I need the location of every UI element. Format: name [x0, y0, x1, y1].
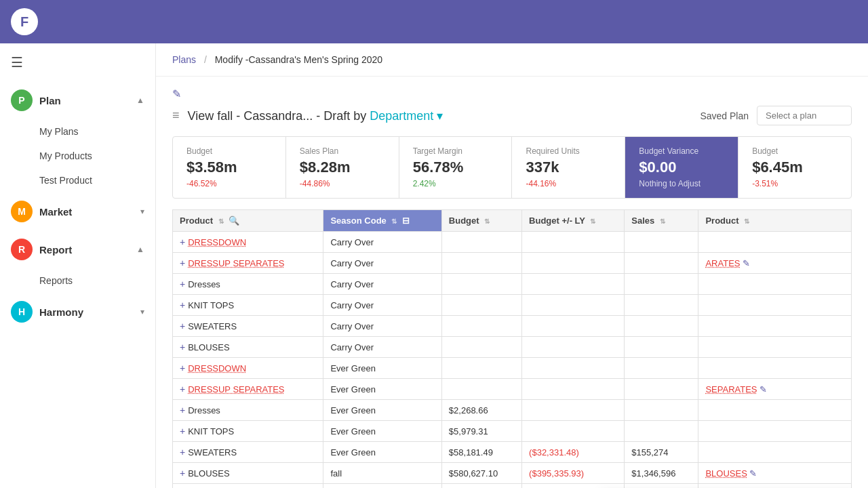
cell-product2: SEPARATES ✎ — [698, 379, 852, 400]
expand-button[interactable]: + — [180, 300, 185, 310]
product-link: KNIT TOPS — [188, 426, 234, 436]
cell-budget: $2,268.66 — [441, 400, 521, 421]
expand-button[interactable]: + — [180, 279, 185, 289]
sidebar-item-test-product[interactable]: Test Product — [39, 168, 155, 192]
select-plan-input[interactable] — [757, 106, 852, 125]
cell-season-code: fall — [323, 484, 441, 489]
action-icon[interactable]: ✎ — [747, 468, 757, 479]
kpi-sales-plan-label: Sales Plan — [300, 146, 385, 156]
sidebar-section-harmony-header[interactable]: H Harmony ▾ — [0, 293, 155, 331]
expand-button[interactable]: + — [180, 405, 185, 415]
sort-icon-product[interactable]: ⇅ — [218, 218, 224, 225]
cell-product: +BLOUSES — [173, 337, 323, 358]
action-icon[interactable]: ✎ — [757, 384, 768, 394]
sort-icon-season[interactable]: ⇅ — [391, 218, 397, 225]
kpi-budget2-change: -3.51% — [752, 179, 837, 188]
kpi-budget-change: -46.52% — [186, 179, 272, 188]
table-row: +DRESSUP SEPARATESCarry OverARATES ✎ — [173, 253, 852, 274]
cell-sales: $95,927.5 — [625, 484, 698, 489]
cell-product: +DRESSUP SEPARATES — [173, 253, 323, 274]
content-area: Plans / Modify -Cassandra's Men's Spring… — [156, 43, 868, 488]
cell-product2 — [698, 232, 852, 253]
breadcrumb-plans-link[interactable]: Plans — [172, 54, 196, 65]
product-link[interactable]: DRESSUP SEPARATES — [188, 384, 284, 394]
expand-button[interactable]: + — [180, 468, 185, 479]
cell-product2 — [698, 274, 852, 295]
expand-button[interactable]: + — [180, 258, 185, 268]
product-link[interactable]: DRESSUP SEPARATES — [188, 258, 284, 268]
sidebar-section-report-header[interactable]: R Report ▲ — [0, 230, 155, 268]
cell-budget-ly — [522, 421, 625, 442]
cell-sales: $1,346,596 — [625, 463, 698, 484]
product-link[interactable]: DRESSDOWN — [188, 363, 246, 373]
plan-sub-items: My Plans My Products Test Product — [0, 119, 155, 192]
cell-product: +SWEATERS — [173, 316, 323, 337]
product-link[interactable]: DRESSDOWN — [188, 237, 246, 247]
cell-budget — [441, 316, 521, 337]
edit-icon[interactable]: ✎ — [172, 88, 181, 100]
avatar-plan: P — [11, 89, 33, 111]
cell-sales — [625, 274, 698, 295]
filter-icon-season[interactable]: ⊟ — [402, 216, 410, 226]
sort-icon-product2[interactable]: ⇅ — [744, 218, 749, 225]
sidebar-item-my-plans[interactable]: My Plans — [39, 119, 155, 144]
cell-sales — [625, 295, 698, 316]
sort-icon-budget[interactable]: ⇅ — [484, 218, 490, 225]
sidebar-item-reports[interactable]: Reports — [39, 268, 155, 293]
avatar-harmony: H — [11, 301, 33, 323]
table-row: +SWEATERSCarry Over — [173, 316, 852, 337]
view-title-text: View fall - Cassandra... - Draft by Depa… — [188, 108, 443, 123]
cell-budget — [441, 379, 521, 400]
cell-budget-ly — [522, 379, 625, 400]
sort-icon-budget-ly[interactable]: ⇅ — [590, 218, 595, 225]
sort-icon-sales[interactable]: ⇅ — [660, 218, 665, 225]
saved-plan-label: Saved Plan — [700, 110, 749, 121]
cell-budget — [441, 358, 521, 379]
table-body: +DRESSDOWNCarry Over+DRESSUP SEPARATESCa… — [173, 232, 852, 489]
cell-budget: $58,181.49 — [441, 442, 521, 463]
cell-budget: $580,627.10 — [441, 463, 521, 484]
view-title-row: ≡ View fall - Cassandra... - Draft by De… — [172, 106, 852, 125]
cell-product: +KNIT TOPS — [173, 421, 323, 442]
cell-sales — [625, 421, 698, 442]
breadcrumb: Plans / Modify -Cassandra's Men's Spring… — [156, 43, 868, 77]
department-link[interactable]: Department ▾ — [370, 109, 443, 123]
expand-button[interactable]: + — [180, 237, 185, 247]
sidebar-section-market-header[interactable]: M Market ▾ — [0, 192, 155, 230]
table-row: +BLOUSESfall$580,627.10($395,335.93)$1,3… — [173, 463, 852, 484]
col-budget-ly: Budget +/- LY ⇅ — [522, 210, 625, 232]
cell-sales — [625, 400, 698, 421]
expand-button[interactable]: + — [180, 321, 185, 331]
kpi-budget2-label: Budget — [752, 146, 837, 156]
cell-product: +DRESSDOWN — [173, 484, 323, 489]
cell-product2 — [698, 400, 852, 421]
action-icon[interactable]: ✎ — [740, 258, 750, 268]
expand-button[interactable]: + — [180, 342, 185, 352]
sidebar-section-harmony: H Harmony ▾ — [0, 293, 155, 331]
kpi-budget-label: Budget — [186, 146, 272, 156]
report-sub-items: Reports — [0, 268, 155, 293]
expand-button[interactable]: + — [180, 426, 185, 436]
cell-product2: ARATES ✎ — [698, 253, 852, 274]
sidebar-item-my-products[interactable]: My Products — [39, 144, 155, 168]
cell-product: +Dresses — [173, 274, 323, 295]
kpi-target-margin-value: 56.78% — [413, 159, 498, 176]
col-budget: Budget ⇅ — [441, 210, 521, 232]
cell-product: +DRESSUP SEPARATES — [173, 379, 323, 400]
kpi-budget-value: $3.58m — [186, 159, 272, 176]
expand-button[interactable]: + — [180, 384, 185, 394]
cell-season-code: Carry Over — [323, 316, 441, 337]
kpi-card-budget2: Budget $6.45m -3.51% — [738, 137, 851, 198]
expand-button[interactable]: + — [180, 447, 185, 458]
table-row: +DRESSDOWNEver Green — [173, 358, 852, 379]
hamburger-menu[interactable]: ☰ — [0, 43, 155, 81]
cell-budget-ly — [522, 400, 625, 421]
product-link: Dresses — [188, 279, 220, 289]
sidebar-market-label: Market — [39, 206, 134, 218]
sidebar-section-plan-header[interactable]: P Plan ▲ — [0, 81, 155, 119]
cell-product2 — [698, 295, 852, 316]
expand-button[interactable]: + — [180, 363, 185, 373]
search-icon-product[interactable]: 🔍 — [229, 216, 239, 226]
sidebar-section-market: M Market ▾ — [0, 192, 155, 230]
kpi-card-budget: Budget $3.58m -46.52% — [173, 137, 286, 198]
